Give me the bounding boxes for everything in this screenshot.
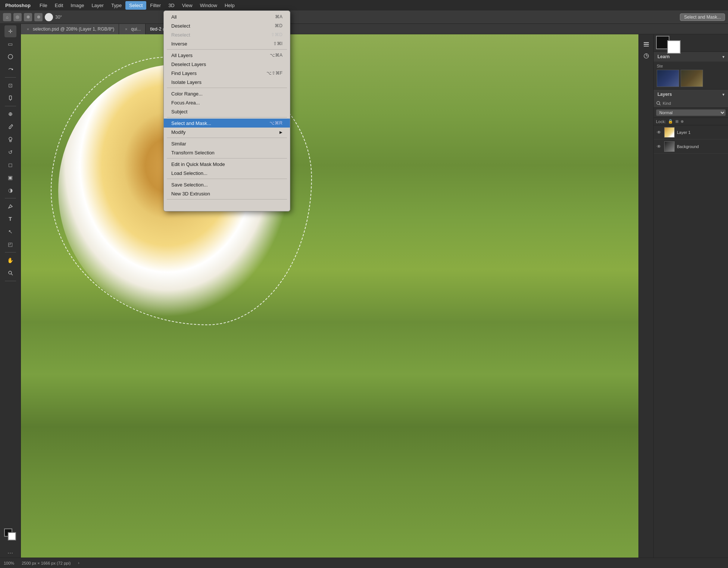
tool-dodge[interactable]: ◑ <box>4 184 16 196</box>
submenu-arrow-modify: ▶ <box>279 130 282 134</box>
menu-item-edit-quick-mask[interactable]: Load Selection... <box>164 169 290 178</box>
svg-point-15 <box>657 101 660 104</box>
layer-visibility-1[interactable]: 👁 <box>656 129 662 135</box>
menu-3d[interactable]: 3D <box>165 1 178 10</box>
tool-crop[interactable]: ⊡ <box>4 79 16 91</box>
menu-item-save-selection[interactable]: New 3D Extrusion <box>164 189 290 198</box>
menu-item-transform-selection[interactable]: Edit in Quick Mask Mode <box>164 160 290 169</box>
tool-eyedropper[interactable] <box>4 92 16 104</box>
panel-icon-adjustments[interactable] <box>641 51 652 61</box>
menu-view[interactable]: View <box>178 1 196 10</box>
background-swatch[interactable] <box>667 40 681 54</box>
tool-lasso[interactable] <box>4 51 16 63</box>
menu-item-new-3d[interactable] <box>164 201 290 210</box>
menu-item-inverse[interactable]: Inverse ⇧⌘I <box>164 39 290 48</box>
menu-select[interactable]: Select <box>125 1 146 10</box>
menu-item-focus-area[interactable]: Focus Area... <box>164 98 290 107</box>
angle-label: 30° <box>55 15 62 20</box>
layers-panel: Layers ▾ Kind Normal Lock: 🔒 ⊞ ⊕ 👁 Layer… <box>654 90 728 558</box>
toolbar-divider-2 <box>5 106 16 106</box>
tool-brush[interactable] <box>4 121 16 133</box>
separator-6 <box>167 179 287 179</box>
menu-item-all-layers[interactable]: All Layers ⌥⌘A <box>164 51 290 60</box>
panel-icon-layers[interactable] <box>641 39 652 49</box>
menu-item-find-layers[interactable]: Find Layers ⌥⇧⌘F <box>164 69 290 78</box>
tool-path-select[interactable]: ↖ <box>4 226 16 238</box>
svg-rect-11 <box>644 42 649 43</box>
toolbar-divider-3 <box>5 198 16 198</box>
tool-history-brush[interactable]: ↺ <box>4 146 16 158</box>
menu-edit[interactable]: Edit <box>51 1 67 10</box>
select-and-mask-button[interactable]: Select and Mask... <box>680 13 725 21</box>
layer-mode-select[interactable]: Normal <box>656 109 726 116</box>
menu-item-subject[interactable]: Subject <box>164 107 290 116</box>
toolbar-divider-5 <box>5 281 16 281</box>
menu-file[interactable]: File <box>36 1 51 10</box>
tab-close-1[interactable]: × <box>25 26 31 32</box>
menu-item-isolate-layers[interactable]: Isolate Layers <box>164 78 290 87</box>
tool-type[interactable]: T <box>4 213 16 225</box>
tool-marquee[interactable]: ▭ <box>4 38 16 50</box>
tool-eraser[interactable]: ◻ <box>4 159 16 171</box>
tool-option-1[interactable]: ◎ <box>13 13 22 21</box>
svg-rect-12 <box>644 44 649 45</box>
menu-bar: Photoshop File Edit Image Layer Type Sel… <box>0 0 728 10</box>
menu-filter[interactable]: Filter <box>146 1 165 10</box>
menu-item-select-and-mask[interactable]: Select and Mask... ⌥⌘R <box>164 119 290 128</box>
learn-thumb-1[interactable] <box>657 70 679 87</box>
select-dropdown-menu: All ⌘A Deselect ⌘D Reselect ⇧⌘D Inverse … <box>163 10 290 211</box>
kind-label: Kind <box>663 101 671 106</box>
tool-clone[interactable] <box>4 134 16 145</box>
layer-thumb-2 <box>664 141 675 152</box>
tool-move[interactable]: ✛ <box>4 25 16 37</box>
menu-item-modify[interactable]: Modify ▶ <box>164 128 290 136</box>
layers-panel-header[interactable]: Layers ▾ <box>654 90 728 99</box>
menu-item-deselect[interactable]: Deselect ⌘D <box>164 21 290 30</box>
menu-item-load-selection[interactable]: Save Selection... <box>164 180 290 189</box>
tab-close-2[interactable]: × <box>124 26 129 32</box>
home-icon[interactable]: ⌂ <box>3 13 11 21</box>
layers-mode-row: Normal <box>654 108 728 118</box>
learn-panel-header[interactable]: Learn ▾ <box>654 52 728 62</box>
tool-hand[interactable]: ✋ <box>4 254 16 266</box>
menu-item-deselect-layers[interactable]: Deselect Layers <box>164 60 290 69</box>
layer-row-1[interactable]: 👁 Layer 1 <box>654 125 728 139</box>
menu-layer[interactable]: Layer <box>88 1 107 10</box>
separator-1 <box>167 49 287 50</box>
menu-help[interactable]: Help <box>221 1 238 10</box>
menu-item-color-range[interactable]: Color Range... <box>164 89 290 98</box>
menu-image[interactable]: Image <box>67 1 88 10</box>
color-swatch-area <box>654 34 728 51</box>
tool-quick-selection[interactable] <box>4 63 16 75</box>
status-bar: 100% 2500 px × 1666 px (72 ppi) › <box>0 558 728 568</box>
menu-item-grow[interactable]: Similar <box>164 139 290 148</box>
layers-toolbar: Kind <box>654 99 728 108</box>
menu-window[interactable]: Window <box>196 1 221 10</box>
tool-option-3[interactable]: ⊗ <box>34 13 43 21</box>
learn-step-label: Ste <box>657 64 725 68</box>
tool-shape[interactable]: ◰ <box>4 238 16 250</box>
menu-item-all[interactable]: All ⌘A <box>164 12 290 21</box>
tool-pen[interactable] <box>4 200 16 212</box>
tool-option-2[interactable]: ⊕ <box>24 13 32 21</box>
foreground-background-colors[interactable] <box>4 528 17 541</box>
menu-type[interactable]: Type <box>107 1 125 10</box>
foreground-color-swatch[interactable] <box>45 13 53 21</box>
svg-line-10 <box>11 274 13 275</box>
tool-zoom[interactable] <box>4 267 16 279</box>
separator-7 <box>167 199 287 200</box>
tab-qui[interactable]: × qui... <box>119 24 146 34</box>
menu-item-similar[interactable]: Transform Selection <box>164 148 290 157</box>
tool-spot-heal[interactable] <box>4 108 16 120</box>
learn-thumb-2[interactable] <box>681 70 703 87</box>
tool-gradient[interactable]: ▣ <box>4 172 16 183</box>
tab-selection-psd[interactable]: × selection.psd @ 208% (Layer 1, RGB/8*) <box>21 24 119 34</box>
layer-thumb-1 <box>664 127 675 138</box>
right-panel: Color ▾ Learn ▾ Ste Layers ▾ <box>653 24 728 558</box>
tool-more[interactable]: … <box>4 546 16 558</box>
svg-point-0 <box>8 54 13 59</box>
layer-row-2[interactable]: 👁 Background <box>654 139 728 154</box>
options-bar: ⌂ ◎ ⊕ ⊗ 30° Select and Mask... <box>0 10 728 24</box>
layer-visibility-2[interactable]: 👁 <box>656 144 662 150</box>
svg-line-16 <box>659 104 660 105</box>
